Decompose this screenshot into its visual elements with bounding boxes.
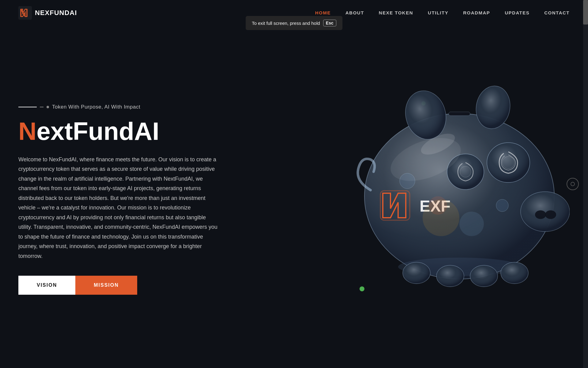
- nav-item-home[interactable]: HOME: [315, 10, 331, 16]
- nav-links: HOME ABOUT NEXE TOKEN UTILITY ROADMAP UP…: [315, 10, 570, 16]
- hero-heading: NextFundAI: [18, 119, 221, 144]
- subtitle-line-gray: [40, 107, 43, 107]
- svg-point-3: [364, 113, 554, 279]
- nav-item-roadmap[interactable]: ROADMAP: [463, 10, 490, 16]
- subtitle-dot: [47, 106, 49, 108]
- scroll-indicator[interactable]: [567, 178, 579, 190]
- page-scrollbar[interactable]: [583, 0, 588, 368]
- svg-point-33: [459, 212, 484, 236]
- fullscreen-tooltip: To exit full screen, press and hold Esc: [246, 16, 342, 30]
- nav-item-utility[interactable]: UTILITY: [428, 10, 448, 16]
- svg-point-5: [521, 192, 570, 232]
- svg-point-27: [436, 265, 464, 287]
- svg-point-36: [496, 199, 508, 212]
- nav-item-contact[interactable]: CONTACT: [544, 10, 570, 16]
- svg-point-35: [400, 173, 415, 189]
- nav-item-nexe-token[interactable]: NEXE TOKEN: [379, 10, 413, 16]
- svg-rect-18: [449, 112, 470, 116]
- svg-point-31: [501, 262, 528, 284]
- nav-item-updates[interactable]: UPDATES: [505, 10, 530, 16]
- subtitle-text: Token With Purpose, AI With Impact: [52, 104, 140, 110]
- piggy-illustration: EXF: [331, 58, 570, 297]
- nav-item-about[interactable]: ABOUT: [345, 10, 364, 16]
- hero-description: Welcome to NexFundAI, where finance meet…: [18, 155, 221, 261]
- svg-point-29: [470, 265, 498, 287]
- main-content: Token With Purpose, AI With Impact NextF…: [0, 0, 588, 368]
- svg-point-17: [460, 166, 471, 177]
- svg-point-6: [535, 210, 546, 219]
- logo-text: NEXFUNDAI: [35, 9, 77, 17]
- svg-point-25: [403, 262, 430, 284]
- scroll-icon: [570, 182, 575, 186]
- mission-button[interactable]: MISSION: [75, 276, 137, 295]
- vision-button[interactable]: VISION: [18, 276, 75, 295]
- heading-highlight: N: [18, 117, 36, 145]
- cta-buttons: VISION MISSION: [18, 276, 221, 295]
- hero-left: Token With Purpose, AI With Impact NextF…: [18, 104, 221, 295]
- subtitle-row: Token With Purpose, AI With Impact: [18, 104, 221, 110]
- logo-icon: [18, 6, 32, 20]
- fullscreen-message: To exit full screen, press and hold: [252, 21, 320, 26]
- scrollbar-thumb[interactable]: [583, 0, 588, 25]
- svg-point-37: [571, 182, 575, 186]
- svg-point-14: [502, 156, 514, 169]
- svg-point-34: [429, 196, 447, 215]
- heading-rest: extFundAI: [36, 117, 159, 145]
- subtitle-line-white: [18, 107, 37, 107]
- logo[interactable]: NEXFUNDAI: [18, 6, 77, 20]
- hero-right: EXF: [312, 25, 588, 331]
- svg-point-7: [545, 210, 556, 219]
- esc-key-label: Esc: [323, 20, 336, 26]
